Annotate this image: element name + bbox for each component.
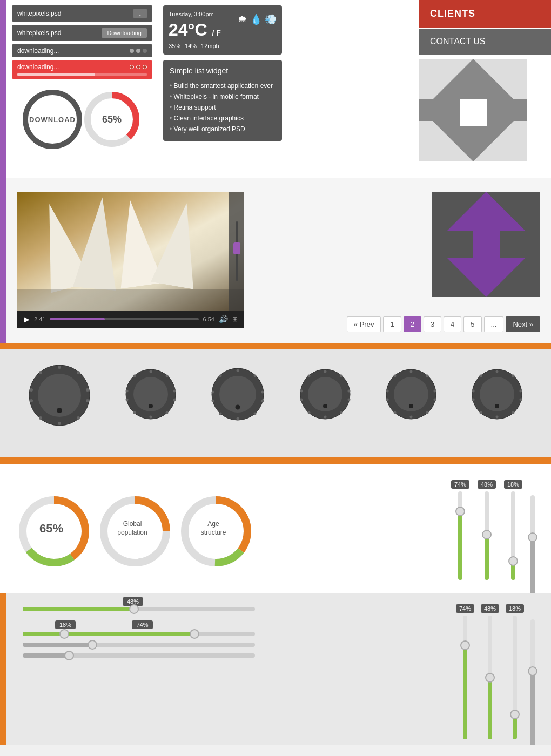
right-v-1-label: 74% — [456, 604, 474, 613]
red-progress-fill — [17, 73, 95, 76]
right-v-1-thumb[interactable] — [460, 640, 470, 650]
v-slider-3-track[interactable] — [511, 491, 515, 580]
clients-button[interactable]: CLIENTS — [419, 0, 551, 28]
svg-rect-7 — [460, 99, 487, 126]
h-slider-18-track[interactable] — [23, 632, 255, 636]
h-slider-18-thumb[interactable] — [59, 629, 69, 639]
video-timeline[interactable] — [50, 318, 198, 320]
svg-point-63 — [324, 416, 327, 418]
v-slider-3-label: 18% — [504, 480, 522, 489]
svg-point-88 — [512, 411, 515, 414]
gauge-global-label: Globalpopulation — [117, 520, 147, 537]
v-slider-4-thumb[interactable] — [528, 532, 537, 542]
v-slider-2-wrap: 48% — [478, 480, 496, 580]
page-4-button[interactable]: 4 — [444, 316, 461, 332]
svg-point-37 — [149, 416, 152, 418]
next-button[interactable]: Next » — [506, 316, 540, 332]
dot-3 — [143, 49, 147, 53]
h-slider-48-track[interactable] — [23, 607, 255, 611]
download-circle[interactable]: DOWNLOAD — [23, 90, 82, 149]
gauge-65: 65% — [16, 494, 86, 564]
svg-point-50 — [236, 417, 239, 420]
list-item-1: Build the smartest application ever — [170, 80, 276, 91]
v-slider-3-fill — [511, 564, 515, 580]
ellipsis-button[interactable]: ... — [484, 316, 504, 332]
file-row-1: whitepixels.psd ↓ — [12, 5, 152, 22]
list-item-4: Clean interface graphics — [170, 113, 276, 124]
video-v-slider[interactable] — [229, 192, 244, 310]
weather-unit: / F — [212, 29, 220, 37]
download-icon-btn[interactable]: ↓ — [133, 9, 147, 18]
svg-point-93 — [480, 375, 482, 377]
video-scene — [17, 192, 244, 310]
timeline-fill — [50, 318, 105, 320]
right-v-3-thumb[interactable] — [510, 710, 520, 719]
svg-point-49 — [253, 412, 256, 415]
section-video: ▶ 2.41 6.54 🔊 ⊞ — [0, 178, 551, 343]
wind-stat: 12mph — [201, 43, 219, 49]
svg-point-45 — [236, 369, 239, 372]
h-slider-gray-2[interactable] — [23, 653, 255, 658]
knobs-row — [11, 363, 540, 428]
v-slider-1-fill — [458, 515, 462, 580]
cloud-icon: 🌧 — [238, 14, 247, 25]
file-row-2: whitepixels.psd Downloading — [12, 25, 152, 41]
downloading-label-1: downloading... — [17, 47, 59, 55]
svg-point-39 — [125, 399, 128, 401]
spacer-mid — [287, 0, 419, 178]
knob-5[interactable] — [384, 367, 438, 423]
knob-wrap-6 — [470, 367, 524, 423]
knob-4[interactable] — [298, 367, 352, 423]
play-button[interactable]: ▶ — [24, 315, 30, 323]
gauge-global: Globalpopulation — [97, 494, 167, 564]
contact-button[interactable]: CONTACT US — [419, 29, 551, 55]
prev-button[interactable]: « Prev — [347, 316, 381, 332]
right-v-2-thumb[interactable] — [485, 673, 495, 683]
downloading-row-red: downloading... — [12, 60, 152, 79]
h-slider-gray-1-thumb[interactable] — [88, 640, 97, 650]
download-circle-label: DOWNLOAD — [29, 116, 76, 124]
v-slider-1-track[interactable] — [458, 491, 462, 580]
svg-point-54 — [219, 374, 221, 377]
h-slider-74-thumb[interactable] — [190, 629, 199, 639]
download-panel: whitepixels.psd ↓ whitepixels.psd Downlo… — [6, 0, 158, 178]
v-slider-2-track[interactable] — [485, 491, 489, 580]
right-v-2-track[interactable] — [488, 616, 492, 739]
right-v-1-track[interactable] — [463, 616, 467, 739]
gauge-65-label: 65% — [39, 522, 63, 536]
h-slider-48-thumb[interactable] — [129, 604, 139, 614]
right-panel: CLIENTS CONTACT US — [419, 0, 551, 178]
right-v-4-thumb[interactable] — [528, 666, 537, 676]
h-slider-gray-1[interactable] — [23, 643, 255, 647]
svg-rect-15 — [473, 231, 500, 258]
settings-icon[interactable]: ⊞ — [232, 315, 238, 323]
v-slider-1-thumb[interactable] — [455, 507, 465, 516]
weather-widget: Tuesday, 3:00pm 24°C / F 🌧 💧 💨 35% 14% 1… — [163, 5, 282, 55]
knob-1[interactable] — [27, 363, 92, 428]
downloading-btn[interactable]: Downloading — [102, 28, 147, 38]
v-slider-3-thumb[interactable] — [508, 556, 518, 566]
page-3-button[interactable]: 3 — [424, 316, 441, 332]
page-1-button[interactable]: 1 — [383, 316, 401, 332]
svg-point-30 — [57, 408, 62, 413]
red-dot-1 — [130, 65, 134, 69]
video-thumbnail — [17, 192, 244, 310]
v-slider-2-thumb[interactable] — [482, 530, 492, 539]
h-slider-gray-2-thumb[interactable] — [64, 651, 74, 660]
v-slider-thumb[interactable] — [233, 242, 240, 254]
svg-point-64 — [308, 411, 311, 414]
knob-2[interactable] — [124, 367, 178, 423]
knob-3[interactable] — [210, 366, 266, 425]
v-slider-1-label: 74% — [451, 480, 469, 489]
right-video-area: « Prev 1 2 3 4 5 ... Next » — [347, 192, 540, 332]
right-v-3-track[interactable] — [513, 616, 517, 739]
right-v-3-fill — [513, 717, 517, 739]
svg-point-65 — [300, 399, 303, 401]
knob-6[interactable] — [470, 367, 524, 423]
page-5-button[interactable]: 5 — [463, 316, 481, 332]
volume-icon[interactable]: 🔊 — [219, 315, 228, 323]
right-v-4-track[interactable] — [530, 619, 535, 745]
right-v-4-wrap — [530, 619, 535, 745]
page-2-button[interactable]: 2 — [404, 316, 421, 332]
v-slider-4-track[interactable] — [530, 495, 535, 595]
